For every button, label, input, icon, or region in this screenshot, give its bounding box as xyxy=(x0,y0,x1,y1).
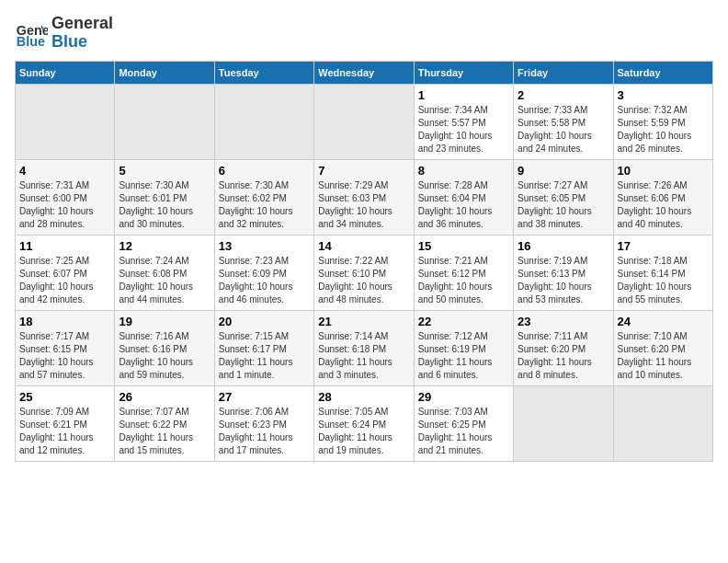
day-number: 15 xyxy=(418,239,509,253)
day-info: Sunrise: 7:23 AM Sunset: 6:09 PM Dayligh… xyxy=(219,255,310,306)
day-number: 7 xyxy=(318,164,409,178)
calendar-cell: 15Sunrise: 7:21 AM Sunset: 6:12 PM Dayli… xyxy=(414,235,513,310)
calendar-cell: 26Sunrise: 7:07 AM Sunset: 6:22 PM Dayli… xyxy=(115,385,214,461)
calendar-cell: 25Sunrise: 7:09 AM Sunset: 6:21 PM Dayli… xyxy=(16,385,115,461)
calendar-cell: 28Sunrise: 7:05 AM Sunset: 6:24 PM Dayli… xyxy=(314,385,414,461)
day-info: Sunrise: 7:03 AM Sunset: 6:25 PM Dayligh… xyxy=(418,406,509,457)
calendar-cell: 7Sunrise: 7:29 AM Sunset: 6:03 PM Daylig… xyxy=(314,159,414,235)
calendar-cell: 23Sunrise: 7:11 AM Sunset: 6:20 PM Dayli… xyxy=(514,310,613,385)
day-number: 26 xyxy=(119,390,210,404)
calendar-cell: 24Sunrise: 7:10 AM Sunset: 6:20 PM Dayli… xyxy=(613,310,712,385)
day-number: 29 xyxy=(418,390,509,404)
day-info: Sunrise: 7:07 AM Sunset: 6:22 PM Dayligh… xyxy=(119,406,210,457)
day-number: 17 xyxy=(618,239,709,253)
day-info: Sunrise: 7:10 AM Sunset: 6:20 PM Dayligh… xyxy=(618,330,709,382)
day-number: 5 xyxy=(119,164,210,178)
day-info: Sunrise: 7:17 AM Sunset: 6:15 PM Dayligh… xyxy=(19,330,110,382)
calendar-cell: 1Sunrise: 7:34 AM Sunset: 5:57 PM Daylig… xyxy=(414,84,513,159)
day-info: Sunrise: 7:28 AM Sunset: 6:04 PM Dayligh… xyxy=(418,179,509,231)
day-number: 8 xyxy=(418,164,509,178)
day-number: 1 xyxy=(418,88,509,102)
day-info: Sunrise: 7:26 AM Sunset: 6:06 PM Dayligh… xyxy=(618,179,709,231)
calendar-cell: 4Sunrise: 7:31 AM Sunset: 6:00 PM Daylig… xyxy=(16,159,115,235)
day-number: 11 xyxy=(19,239,110,253)
calendar-week-row: 1Sunrise: 7:34 AM Sunset: 5:57 PM Daylig… xyxy=(16,84,713,159)
day-number: 13 xyxy=(219,239,310,253)
day-info: Sunrise: 7:29 AM Sunset: 6:03 PM Dayligh… xyxy=(318,179,409,231)
day-info: Sunrise: 7:19 AM Sunset: 6:13 PM Dayligh… xyxy=(518,255,609,306)
calendar-week-row: 25Sunrise: 7:09 AM Sunset: 6:21 PM Dayli… xyxy=(16,385,713,461)
logo-icon: General Blue xyxy=(15,17,48,50)
day-number: 22 xyxy=(418,315,509,328)
day-number: 10 xyxy=(618,164,709,178)
calendar-cell: 5Sunrise: 7:30 AM Sunset: 6:01 PM Daylig… xyxy=(115,159,214,235)
day-number: 6 xyxy=(219,164,310,178)
calendar-cell xyxy=(214,84,313,159)
calendar-cell: 19Sunrise: 7:16 AM Sunset: 6:16 PM Dayli… xyxy=(115,310,214,385)
day-info: Sunrise: 7:32 AM Sunset: 5:59 PM Dayligh… xyxy=(618,104,709,155)
weekday-header: Tuesday xyxy=(214,61,313,84)
calendar-week-row: 11Sunrise: 7:25 AM Sunset: 6:07 PM Dayli… xyxy=(16,235,713,310)
day-info: Sunrise: 7:34 AM Sunset: 5:57 PM Dayligh… xyxy=(418,104,509,155)
weekday-header: Wednesday xyxy=(314,61,414,84)
day-info: Sunrise: 7:12 AM Sunset: 6:19 PM Dayligh… xyxy=(418,330,509,382)
svg-text:Blue: Blue xyxy=(17,34,45,49)
weekday-header: Sunday xyxy=(16,61,115,84)
day-number: 28 xyxy=(318,390,409,404)
calendar-cell: 20Sunrise: 7:15 AM Sunset: 6:17 PM Dayli… xyxy=(214,310,313,385)
day-info: Sunrise: 7:27 AM Sunset: 6:05 PM Dayligh… xyxy=(518,179,609,231)
weekday-header: Friday xyxy=(514,61,613,84)
calendar-cell: 2Sunrise: 7:33 AM Sunset: 5:58 PM Daylig… xyxy=(514,84,613,159)
day-number: 18 xyxy=(19,315,110,328)
logo-general: General xyxy=(51,14,113,32)
calendar-cell: 17Sunrise: 7:18 AM Sunset: 6:14 PM Dayli… xyxy=(613,235,712,310)
calendar-cell: 12Sunrise: 7:24 AM Sunset: 6:08 PM Dayli… xyxy=(115,235,214,310)
day-number: 20 xyxy=(219,315,310,328)
weekday-header: Monday xyxy=(115,61,214,84)
day-number: 4 xyxy=(19,164,110,178)
calendar-cell: 16Sunrise: 7:19 AM Sunset: 6:13 PM Dayli… xyxy=(514,235,613,310)
calendar-cell: 29Sunrise: 7:03 AM Sunset: 6:25 PM Dayli… xyxy=(414,385,513,461)
calendar-week-row: 4Sunrise: 7:31 AM Sunset: 6:00 PM Daylig… xyxy=(16,159,713,235)
day-number: 2 xyxy=(518,88,609,102)
calendar-week-row: 18Sunrise: 7:17 AM Sunset: 6:15 PM Dayli… xyxy=(16,310,713,385)
calendar-cell: 8Sunrise: 7:28 AM Sunset: 6:04 PM Daylig… xyxy=(414,159,513,235)
day-info: Sunrise: 7:16 AM Sunset: 6:16 PM Dayligh… xyxy=(119,330,210,382)
day-info: Sunrise: 7:11 AM Sunset: 6:20 PM Dayligh… xyxy=(518,330,609,382)
weekday-header: Saturday xyxy=(613,61,712,84)
page-header: General Blue General Blue xyxy=(15,15,713,52)
day-number: 9 xyxy=(518,164,609,178)
day-number: 25 xyxy=(19,390,110,404)
calendar-cell: 9Sunrise: 7:27 AM Sunset: 6:05 PM Daylig… xyxy=(514,159,613,235)
logo-blue: Blue xyxy=(51,32,87,51)
calendar-cell: 3Sunrise: 7:32 AM Sunset: 5:59 PM Daylig… xyxy=(613,84,712,159)
day-info: Sunrise: 7:09 AM Sunset: 6:21 PM Dayligh… xyxy=(19,406,110,457)
day-number: 21 xyxy=(318,315,409,328)
day-info: Sunrise: 7:15 AM Sunset: 6:17 PM Dayligh… xyxy=(219,330,310,382)
calendar-cell xyxy=(514,385,613,461)
calendar-cell: 18Sunrise: 7:17 AM Sunset: 6:15 PM Dayli… xyxy=(16,310,115,385)
day-number: 24 xyxy=(618,315,709,328)
day-info: Sunrise: 7:06 AM Sunset: 6:23 PM Dayligh… xyxy=(219,406,310,457)
calendar-cell: 6Sunrise: 7:30 AM Sunset: 6:02 PM Daylig… xyxy=(214,159,313,235)
day-number: 12 xyxy=(119,239,210,253)
day-number: 3 xyxy=(618,88,709,102)
calendar-cell: 21Sunrise: 7:14 AM Sunset: 6:18 PM Dayli… xyxy=(314,310,414,385)
calendar-cell: 22Sunrise: 7:12 AM Sunset: 6:19 PM Dayli… xyxy=(414,310,513,385)
day-number: 16 xyxy=(518,239,609,253)
day-info: Sunrise: 7:33 AM Sunset: 5:58 PM Dayligh… xyxy=(518,104,609,155)
day-info: Sunrise: 7:30 AM Sunset: 6:02 PM Dayligh… xyxy=(219,179,310,231)
calendar-cell: 14Sunrise: 7:22 AM Sunset: 6:10 PM Dayli… xyxy=(314,235,414,310)
day-info: Sunrise: 7:25 AM Sunset: 6:07 PM Dayligh… xyxy=(19,255,110,306)
day-info: Sunrise: 7:22 AM Sunset: 6:10 PM Dayligh… xyxy=(318,255,409,306)
day-number: 14 xyxy=(318,239,409,253)
day-number: 27 xyxy=(219,390,310,404)
calendar-cell xyxy=(314,84,414,159)
day-info: Sunrise: 7:05 AM Sunset: 6:24 PM Dayligh… xyxy=(318,406,409,457)
calendar-cell: 13Sunrise: 7:23 AM Sunset: 6:09 PM Dayli… xyxy=(214,235,313,310)
calendar-cell: 27Sunrise: 7:06 AM Sunset: 6:23 PM Dayli… xyxy=(214,385,313,461)
calendar-cell: 11Sunrise: 7:25 AM Sunset: 6:07 PM Dayli… xyxy=(16,235,115,310)
day-info: Sunrise: 7:14 AM Sunset: 6:18 PM Dayligh… xyxy=(318,330,409,382)
day-info: Sunrise: 7:30 AM Sunset: 6:01 PM Dayligh… xyxy=(119,179,210,231)
calendar-cell xyxy=(16,84,115,159)
